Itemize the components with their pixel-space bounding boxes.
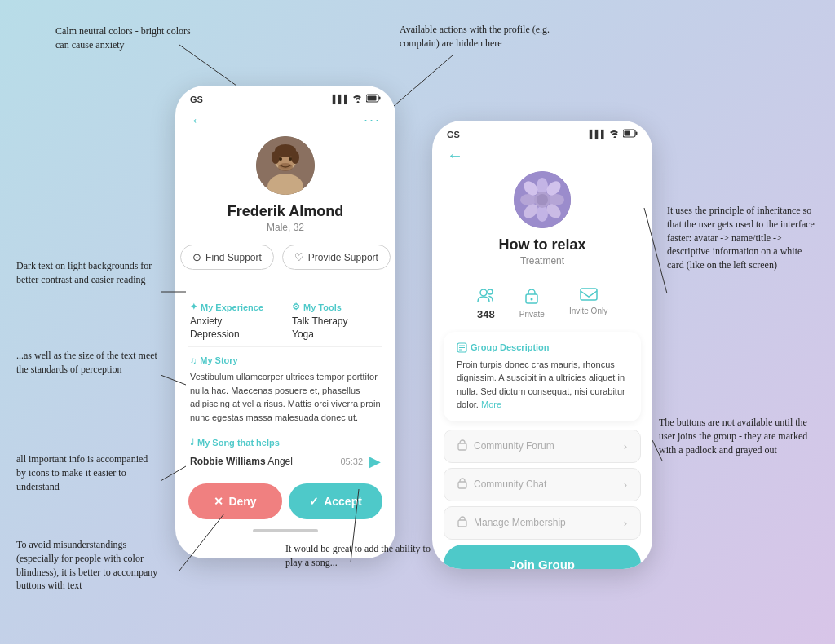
svg-point-10 — [279, 157, 282, 161]
tools-icon: ⚙ — [292, 302, 300, 312]
group-name: How to relax — [498, 236, 585, 254]
annotation-color-blindness: To avoid misunderstandings (especially f… — [16, 538, 171, 593]
annotation-calm-colors: Calm neutral colors - bright colors can … — [55, 24, 202, 52]
svg-rect-36 — [458, 443, 466, 450]
members-count: 348 — [477, 308, 495, 320]
tools-col: ⚙ My Tools Talk Therapy Yoga — [292, 302, 381, 342]
experience-item-2: Depression — [190, 329, 279, 340]
profile-name: Frederik Almond — [228, 203, 343, 220]
more-menu-button[interactable]: ··· — [364, 112, 381, 129]
provide-support-icon: ♡ — [294, 251, 304, 263]
deny-button[interactable]: ✕ Deny — [188, 483, 282, 519]
svg-point-28 — [488, 289, 493, 294]
more-link[interactable]: More — [481, 399, 501, 409]
community-chat-label: Community Chat — [474, 479, 546, 490]
tools-item-2: Yoga — [292, 329, 381, 340]
song-icon: ♩ — [190, 437, 194, 448]
group-profile-section: How to relax Treatment — [432, 171, 652, 288]
annotation-text-size: ...as well as the size of the text meet … — [16, 349, 159, 377]
experience-col: ✦ My Experience Anxiety Depression — [190, 302, 279, 342]
annotation-inheritance: It uses the principle of inheritance so … — [667, 204, 818, 272]
membership-chevron-icon: › — [624, 517, 627, 529]
community-forum-left: Community Forum — [457, 439, 554, 453]
action-buttons: ⊙ Find Support ♡ Provide Support — [192, 245, 379, 270]
experience-item-1: Anxiety — [190, 315, 279, 327]
group-type: Treatment — [520, 255, 564, 267]
song-title-text: Angel — [267, 456, 293, 467]
bottom-buttons: ✕ Deny ✓ Accept — [188, 483, 382, 519]
right-status-icons: ▌▌▌ — [590, 129, 638, 139]
find-support-button[interactable]: ⊙ Find Support — [180, 245, 274, 270]
right-phone: GS ▌▌▌ ← — [432, 121, 652, 569]
stats-row: 348 Private Invite Only — [432, 288, 652, 320]
right-back-button[interactable]: ← — [447, 146, 463, 165]
members-icon — [477, 288, 495, 307]
experience-label: ✦ My Experience — [190, 302, 279, 312]
info-section: ✦ My Experience Anxiety Depression ⚙ My … — [175, 293, 395, 346]
manage-membership-item[interactable]: Manage Membership › — [444, 506, 641, 540]
annotation-icons: all important info is accompanied by ico… — [16, 452, 159, 493]
svg-rect-14 — [636, 132, 638, 135]
svg-rect-1 — [379, 97, 381, 100]
community-forum-item[interactable]: Community Forum › — [444, 430, 641, 463]
lock-private-icon — [524, 288, 539, 308]
forum-lock-icon — [457, 439, 467, 453]
right-header: ← — [432, 143, 652, 171]
song-label: ♩ My Song that helps — [190, 437, 381, 448]
forum-chevron-icon: › — [624, 440, 627, 452]
provide-support-button[interactable]: ♡ Provide Support — [282, 245, 391, 270]
battery-icon — [366, 94, 381, 104]
story-label: ♫ My Story — [190, 355, 381, 365]
annotation-dark-text: Dark text on light backgrounds for bette… — [16, 259, 159, 287]
left-status-bar: GS ▌▌▌ — [175, 86, 395, 108]
song-artist: Robbie Williams — [190, 456, 266, 467]
annotation-song: It would be great to add the ability to … — [285, 542, 432, 570]
story-section: ♫ My Story Vestibulum ullamcorper ultric… — [175, 347, 395, 429]
right-wifi-icon — [609, 129, 621, 139]
signal-icon: ▌▌▌ — [333, 95, 350, 104]
left-phone: GS ▌▌▌ ← ··· — [175, 86, 395, 558]
story-icon: ♫ — [190, 355, 197, 365]
tools-label: ⚙ My Tools — [292, 302, 381, 312]
avatar-image — [256, 136, 315, 195]
description-card: Group Description Proin turpis donec cra… — [444, 332, 641, 421]
svg-point-11 — [289, 157, 292, 161]
provide-support-label: Provide Support — [308, 252, 378, 263]
right-signal-icon: ▌▌▌ — [590, 130, 607, 139]
accept-label: Accept — [324, 495, 362, 508]
annotation-padlock: The buttons are not available until the … — [659, 416, 810, 457]
join-group-button[interactable]: Join Group — [444, 545, 641, 569]
song-info: Robbie Williams Angel — [190, 456, 293, 467]
back-button[interactable]: ← — [190, 111, 206, 130]
svg-line-40 — [394, 55, 453, 106]
manage-membership-left: Manage Membership — [457, 516, 566, 530]
right-carrier: GS — [447, 130, 460, 139]
svg-rect-37 — [458, 482, 466, 488]
envelope-icon — [580, 288, 598, 305]
song-controls: 05:32 ▶ — [340, 452, 381, 470]
group-avatar-image — [514, 171, 571, 228]
chat-lock-icon — [457, 478, 467, 492]
tools-item-1: Talk Therapy — [292, 315, 381, 327]
svg-point-30 — [531, 298, 533, 301]
song-duration: 05:32 — [340, 457, 363, 466]
community-chat-item[interactable]: Community Chat › — [444, 468, 641, 501]
svg-point-8 — [272, 151, 280, 164]
info-row: ✦ My Experience Anxiety Depression ⚙ My … — [190, 302, 381, 342]
svg-point-27 — [480, 289, 487, 296]
community-forum-label: Community Forum — [474, 440, 554, 452]
story-text: Vestibulum ullamcorper ultrices tempor p… — [190, 370, 381, 424]
avatar — [256, 136, 315, 195]
accept-button[interactable]: ✓ Accept — [289, 483, 382, 519]
experience-icon: ✦ — [190, 302, 197, 312]
access-stat: Invite Only — [569, 288, 607, 320]
left-header: ← ··· — [175, 108, 395, 136]
membership-lock-icon — [457, 516, 467, 530]
description-icon — [457, 342, 467, 353]
svg-rect-31 — [581, 289, 597, 300]
song-section: ♩ My Song that helps Robbie Williams Ang… — [175, 429, 395, 475]
members-stat: 348 — [477, 288, 495, 320]
find-support-icon: ⊙ — [192, 251, 201, 263]
profile-section: Frederik Almond Male, 32 ⊙ Find Support … — [175, 136, 395, 293]
play-button[interactable]: ▶ — [369, 452, 381, 470]
